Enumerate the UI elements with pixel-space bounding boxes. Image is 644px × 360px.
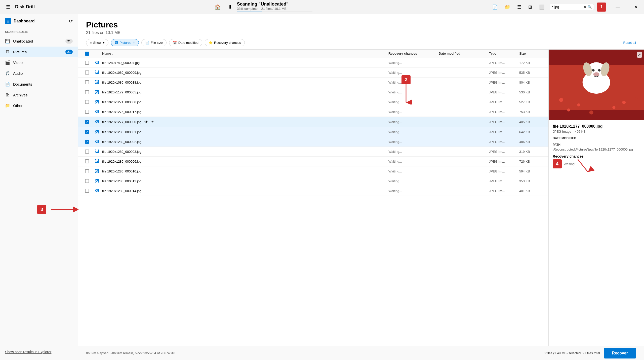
table-row[interactable]: 🖼 file 1920x1271_000008.jpg Waiting... J… bbox=[78, 97, 548, 107]
header-select-all[interactable]: — bbox=[82, 52, 92, 56]
row-checkbox-col[interactable] bbox=[82, 159, 92, 163]
table-row[interactable]: 🖼 file 1920x1280_000014.jpg Waiting... J… bbox=[78, 186, 548, 196]
row-checkbox[interactable] bbox=[85, 100, 89, 104]
row-checkbox-checked[interactable]: ✓ bbox=[85, 140, 89, 144]
preview-expand-button[interactable]: ⤢ bbox=[637, 52, 642, 58]
show-filter-button[interactable]: ≡ Show ▾ bbox=[86, 39, 108, 46]
table-row[interactable]: 🖼 file 1920x1280_000003.jpg Waiting... J… bbox=[78, 147, 548, 157]
row-checkbox-checked[interactable]: ✓ bbox=[85, 130, 89, 134]
table-row[interactable]: 🖼 file 1920x1080_000009.jpg Waiting... J… bbox=[78, 68, 548, 78]
progress-bar bbox=[237, 12, 262, 12]
pictures-filter-chip[interactable]: 🖼 Pictures ✕ bbox=[111, 39, 139, 46]
panel-view-button[interactable]: ⬜ bbox=[537, 3, 547, 11]
row-checkbox-col[interactable] bbox=[82, 169, 92, 173]
table-row[interactable]: ✓ 🖼 file 1920x1280_000001.jpg Waiting...… bbox=[78, 127, 548, 137]
sidebar-label-other: Other bbox=[13, 103, 73, 108]
table-row[interactable]: 🖼 file 1920x1172_000005.jpg Waiting... 2 bbox=[78, 87, 548, 97]
preview-action-button[interactable]: 👁 bbox=[143, 119, 149, 124]
select-all-checkbox[interactable]: — bbox=[85, 52, 89, 56]
star-icon: ⭐ bbox=[209, 41, 213, 45]
pictures-chip-close[interactable]: ✕ bbox=[133, 41, 135, 44]
recovery-chances-filter[interactable]: ⭐ Recovery chances bbox=[205, 39, 245, 46]
row-checkbox-col[interactable] bbox=[82, 61, 92, 65]
menu-button[interactable]: ☰ bbox=[4, 3, 12, 11]
row-checkbox-col[interactable] bbox=[82, 90, 92, 94]
row-checkbox[interactable] bbox=[85, 90, 89, 94]
search-input[interactable] bbox=[552, 5, 582, 9]
svg-point-9 bbox=[567, 109, 570, 112]
row-checkbox[interactable] bbox=[85, 80, 89, 84]
folder-button[interactable]: 📁 bbox=[503, 3, 512, 11]
table-row[interactable]: 🖼 file 1920x1280_000006.jpg Waiting... J… bbox=[78, 157, 548, 166]
table-row[interactable]: 🖼 file 1920x1280_000012.jpg Waiting... J… bbox=[78, 176, 548, 186]
row-checkbox[interactable] bbox=[85, 189, 89, 193]
row-checkbox-col[interactable] bbox=[82, 100, 92, 104]
show-results-button[interactable]: Show scan results in Explorer bbox=[5, 348, 51, 356]
minimize-button[interactable]: — bbox=[613, 4, 622, 10]
row-checkbox-col[interactable] bbox=[82, 80, 92, 84]
search-clear-icon[interactable]: ✕ bbox=[584, 5, 586, 9]
sidebar-item-other[interactable]: 📁 Other bbox=[0, 100, 78, 111]
new-file-button[interactable]: 📄 bbox=[490, 3, 500, 11]
name-sort-icon[interactable]: ↓ bbox=[112, 52, 114, 55]
header-date[interactable]: Date modified bbox=[439, 52, 489, 56]
header-recovery[interactable]: Recovery chances bbox=[388, 52, 439, 56]
row-checkbox-col[interactable] bbox=[82, 150, 92, 154]
list-view-button[interactable]: ☰ bbox=[515, 3, 523, 11]
table-row[interactable]: ✓ 🖼 file 1920x1280_000002.jpg Waiting...… bbox=[78, 137, 548, 147]
row-checkbox-col[interactable] bbox=[82, 179, 92, 183]
row-checkbox[interactable] bbox=[85, 70, 89, 75]
titlebar-center: 🏠 ⏸ Scanning "Unallocated" 33% complete … bbox=[35, 2, 490, 12]
header-name[interactable]: Name ↓ bbox=[102, 52, 388, 56]
row-checkbox-col[interactable] bbox=[82, 110, 92, 114]
close-button[interactable]: ✕ bbox=[632, 4, 640, 10]
home-button[interactable]: 🏠 bbox=[213, 3, 223, 12]
row-checkbox-col[interactable]: ✓ bbox=[82, 120, 92, 124]
preview-date-label: Date modified bbox=[553, 136, 640, 140]
table-row-selected[interactable]: ✓ 🖼 file 1920x1277_000000.jpg 👁 # Waitin… bbox=[78, 117, 548, 127]
row-checkbox[interactable] bbox=[85, 179, 89, 183]
header-type[interactable]: Type bbox=[489, 52, 519, 56]
table-row[interactable]: 🖼 file 1920x1080_000018.jpg Waiting... J… bbox=[78, 78, 548, 87]
table-row[interactable]: 🖼 file 1920x1280_000010.jpg Waiting... J… bbox=[78, 166, 548, 176]
row-checkbox[interactable] bbox=[85, 159, 89, 163]
row-checkbox[interactable] bbox=[85, 150, 89, 154]
maximize-button[interactable]: □ bbox=[623, 4, 631, 10]
sidebar-item-unallocated[interactable]: 💾 Unallocated 21 bbox=[0, 36, 78, 47]
annotation-arrow-4 bbox=[568, 159, 598, 174]
size-value: 753 KB bbox=[519, 110, 544, 114]
pause-button[interactable]: ⏸ bbox=[225, 3, 234, 11]
svg-point-11 bbox=[612, 106, 615, 109]
row-checkbox-checked[interactable]: ✓ bbox=[85, 120, 89, 124]
sidebar-item-archives[interactable]: 🗜 Archives bbox=[0, 90, 78, 100]
row-checkbox[interactable] bbox=[85, 110, 89, 114]
info-action-button[interactable]: # bbox=[150, 119, 154, 124]
reset-all-button[interactable]: Reset all bbox=[623, 41, 636, 45]
search-box: ✕ 🔍 bbox=[550, 4, 594, 10]
sidebar-item-documents[interactable]: 📄 Documents bbox=[0, 79, 78, 90]
file-icon: 🖼 bbox=[92, 110, 102, 114]
file-name: file 1920x1280_000012.jpg bbox=[102, 179, 388, 183]
size-value: 535 KB bbox=[519, 71, 544, 75]
sidebar-item-video[interactable]: 🎬 Video bbox=[0, 57, 78, 68]
header-size[interactable]: Size bbox=[519, 52, 544, 56]
file-table: — Name ↓ Recovery chances Date modified … bbox=[78, 50, 548, 346]
file-icon: 🖼 bbox=[92, 169, 102, 173]
sidebar-item-pictures[interactable]: 🖼 Pictures 21 bbox=[0, 47, 78, 57]
file-size-filter[interactable]: 📄 File size bbox=[141, 39, 167, 46]
table-row[interactable]: 🖼 file 1280x749_000004.jpg Waiting... JP… bbox=[78, 58, 548, 68]
sidebar-item-audio[interactable]: 🎵 Audio bbox=[0, 68, 78, 79]
table-row[interactable]: 🖼 file 1920x1275_000017.jpg Waiting... J… bbox=[78, 107, 548, 117]
row-checkbox-col[interactable] bbox=[82, 70, 92, 75]
grid-view-button[interactable]: ⊞ bbox=[526, 3, 534, 11]
row-checkbox-col[interactable] bbox=[82, 189, 92, 193]
scan-title: 🏠 ⏸ Scanning "Unallocated" 33% complete … bbox=[213, 2, 312, 12]
recover-button[interactable]: Recover bbox=[604, 348, 636, 358]
recovery-value: Waiting... bbox=[388, 100, 439, 104]
video-icon: 🎬 bbox=[5, 60, 10, 65]
row-checkbox-col[interactable]: ✓ bbox=[82, 130, 92, 134]
row-checkbox[interactable] bbox=[85, 61, 89, 65]
row-checkbox[interactable] bbox=[85, 169, 89, 173]
row-checkbox-col[interactable]: ✓ bbox=[82, 140, 92, 144]
date-modified-filter[interactable]: 📅 Date modified bbox=[169, 39, 202, 46]
